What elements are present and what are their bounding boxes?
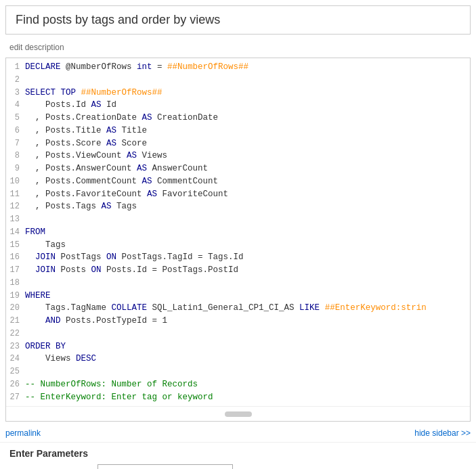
line-content xyxy=(25,213,470,226)
line-content: SELECT TOP ##NumberOfRows## xyxy=(25,87,470,99)
line-number: 18 xyxy=(6,277,25,289)
line-content: , Posts.Title AS Title xyxy=(25,125,470,137)
line-number: 11 xyxy=(6,188,25,200)
code-editor: 1DECLARE @NumberOfRows int = ##NumberOfR… xyxy=(5,58,471,422)
line-content: , Posts.AnswerCount AS AnswerCount xyxy=(25,162,470,175)
line-content: Posts.Id AS Id xyxy=(25,99,470,112)
line-number: 10 xyxy=(6,175,25,187)
line-number: 2 xyxy=(6,74,25,86)
line-content: FROM xyxy=(25,226,470,239)
line-number: 20 xyxy=(6,302,25,314)
line-number: 7 xyxy=(6,137,25,150)
line-number: 9 xyxy=(6,162,25,175)
code-line: 5 , Posts.CreationDate AS CreationDate xyxy=(6,112,470,125)
code-line: 2 xyxy=(6,74,470,87)
edit-description-link[interactable]: edit description xyxy=(0,40,476,58)
links-bar: permalink hide sidebar >> xyxy=(0,424,476,442)
code-line: 7 , Posts.Score AS Score xyxy=(6,137,470,150)
line-content: , Posts.CommentCount AS CommentCount xyxy=(25,175,470,188)
params-title: Enter Parameters xyxy=(9,448,467,459)
code-line: 18 xyxy=(6,277,470,290)
line-content: Tags xyxy=(25,239,470,252)
code-line: 24 Views DESC xyxy=(6,353,470,365)
line-content: , Posts.ViewCount AS Views xyxy=(25,150,470,162)
line-content: AND Posts.PostTypeId = 1 xyxy=(25,315,470,328)
code-line: 27-- EnterKeyword: Enter tag or keyword xyxy=(6,391,470,404)
line-number: 4 xyxy=(6,99,25,111)
horizontal-scrollbar[interactable] xyxy=(225,411,252,417)
line-content: , Posts.FavoriteCount AS FavoriteCount xyxy=(25,188,470,201)
line-content: Views DESC xyxy=(25,353,470,365)
param-input-records[interactable] xyxy=(98,464,233,469)
line-number: 22 xyxy=(6,328,25,340)
code-line: 15 Tags xyxy=(6,239,470,252)
line-content xyxy=(25,74,470,87)
code-line: 1DECLARE @NumberOfRows int = ##NumberOfR… xyxy=(6,61,470,74)
line-content: JOIN Posts ON Posts.Id = PostTags.PostId xyxy=(25,264,470,277)
line-content xyxy=(25,328,470,340)
code-area: 1DECLARE @NumberOfRows int = ##NumberOfR… xyxy=(6,58,470,406)
line-content xyxy=(25,277,470,290)
line-number: 16 xyxy=(6,251,25,263)
page-title: Find posts by tags and order by views xyxy=(5,5,471,35)
permalink-link[interactable]: permalink xyxy=(5,428,41,438)
line-content xyxy=(25,365,470,378)
code-line: 17 JOIN Posts ON Posts.Id = PostTags.Pos… xyxy=(6,264,470,277)
line-number: 8 xyxy=(6,150,25,162)
line-number: 19 xyxy=(6,290,25,302)
code-line: 26-- NumberOfRows: Number of Records xyxy=(6,378,470,391)
line-number: 21 xyxy=(6,315,25,327)
code-line: 22 xyxy=(6,328,470,340)
line-number: 6 xyxy=(6,125,25,137)
code-line: 20 Tags.TagName COLLATE SQL_Latin1_Gener… xyxy=(6,302,470,315)
code-line: 6 , Posts.Title AS Title xyxy=(6,125,470,137)
code-line: 11 , Posts.FavoriteCount AS FavoriteCoun… xyxy=(6,188,470,201)
line-number: 15 xyxy=(6,239,25,251)
code-line: 9 , Posts.AnswerCount AS AnswerCount xyxy=(6,162,470,175)
code-line: 8 , Posts.ViewCount AS Views xyxy=(6,150,470,162)
line-number: 3 xyxy=(6,87,25,99)
line-number: 13 xyxy=(6,213,25,225)
code-line: 19WHERE xyxy=(6,290,470,303)
hide-sidebar-link[interactable]: hide sidebar >> xyxy=(414,428,471,438)
line-content: ORDER BY xyxy=(25,340,470,353)
code-line: 14FROM xyxy=(6,226,470,239)
code-line: 3SELECT TOP ##NumberOfRows## xyxy=(6,87,470,99)
line-content: , Posts.Score AS Score xyxy=(25,137,470,150)
param-row-records: Number of Records xyxy=(9,464,467,469)
line-content: JOIN PostTags ON PostTags.TagId = Tags.I… xyxy=(25,251,470,264)
code-line: 12 , Posts.Tags AS Tags xyxy=(6,200,470,213)
code-line: 21 AND Posts.PostTypeId = 1 xyxy=(6,315,470,328)
code-line: 25 xyxy=(6,365,470,378)
code-line: 4 Posts.Id AS Id xyxy=(6,99,470,112)
line-content: DECLARE @NumberOfRows int = ##NumberOfRo… xyxy=(25,61,470,74)
params-section: Enter Parameters Number of Records Enter… xyxy=(0,442,476,469)
scrollbar-area[interactable] xyxy=(6,406,470,421)
line-content: -- EnterKeyword: Enter tag or keyword xyxy=(25,391,470,404)
code-line: 16 JOIN PostTags ON PostTags.TagId = Tag… xyxy=(6,251,470,264)
line-number: 26 xyxy=(6,378,25,390)
line-content: Tags.TagName COLLATE SQL_Latin1_General_… xyxy=(25,302,470,315)
line-number: 17 xyxy=(6,264,25,276)
line-content: -- NumberOfRows: Number of Records xyxy=(25,378,470,391)
line-number: 27 xyxy=(6,391,25,403)
line-number: 24 xyxy=(6,353,25,365)
line-content: , Posts.CreationDate AS CreationDate xyxy=(25,112,470,125)
line-content: WHERE xyxy=(25,290,470,303)
code-line: 13 xyxy=(6,213,470,226)
line-number: 25 xyxy=(6,365,25,378)
code-line: 10 , Posts.CommentCount AS CommentCount xyxy=(6,175,470,188)
line-number: 23 xyxy=(6,340,25,353)
line-number: 14 xyxy=(6,226,25,238)
line-content: , Posts.Tags AS Tags xyxy=(25,200,470,213)
code-line: 23ORDER BY xyxy=(6,340,470,353)
line-number: 1 xyxy=(6,61,25,73)
line-number: 5 xyxy=(6,112,25,124)
title-bar: Find posts by tags and order by views xyxy=(0,5,476,35)
line-number: 12 xyxy=(6,200,25,213)
